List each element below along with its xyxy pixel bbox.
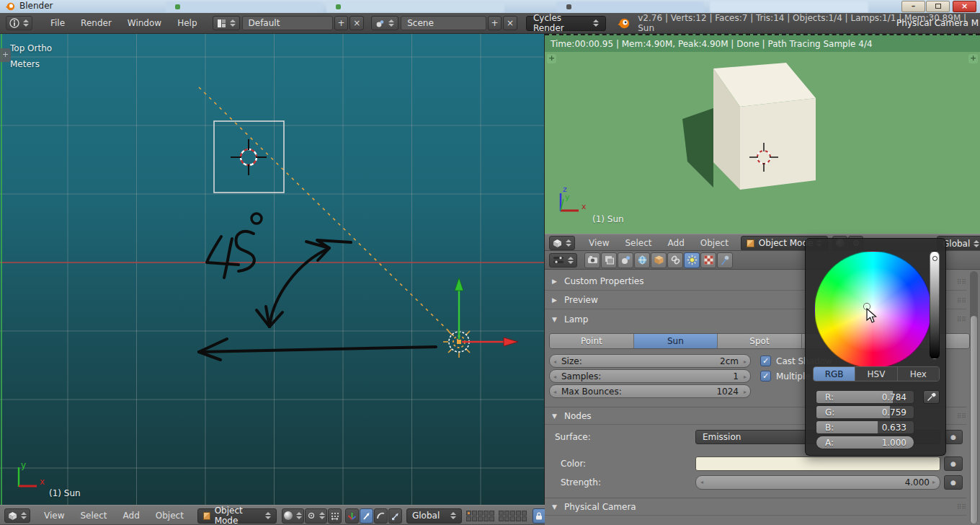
- green-slider[interactable]: G: 0.759: [816, 405, 914, 419]
- menu-render[interactable]: Render: [73, 18, 120, 28]
- editor-stepper[interactable]: [566, 239, 571, 247]
- tab-constraints[interactable]: [667, 252, 683, 268]
- panel-drag-handle[interactable]: ⠿⠿: [957, 278, 966, 286]
- maximize-button[interactable]: [926, 1, 950, 12]
- region-expand-button[interactable]: +: [547, 54, 556, 63]
- tab-rgb[interactable]: RGB: [814, 367, 855, 381]
- menu-view[interactable]: View: [581, 238, 617, 248]
- manipulator-scale-button[interactable]: [388, 508, 402, 524]
- checkbox-check-icon[interactable]: ✓: [760, 371, 771, 381]
- menu-window[interactable]: Window: [120, 18, 169, 28]
- scene-stepper[interactable]: [388, 19, 394, 27]
- increment-arrow-icon[interactable]: ▸: [744, 389, 747, 395]
- menu-object[interactable]: Object: [692, 238, 736, 248]
- interaction-mode-dropdown[interactable]: Object Mode: [197, 508, 277, 524]
- tab-particles[interactable]: [717, 252, 733, 268]
- layer-buttons-group-1[interactable]: [466, 511, 494, 521]
- editor-stepper[interactable]: [21, 512, 27, 519]
- region-expand-button[interactable]: +: [968, 54, 978, 63]
- scrollbar-thumb[interactable]: [971, 316, 977, 524]
- collapse-arrow-icon[interactable]: ▼: [552, 503, 564, 511]
- lamp-type-spot[interactable]: Spot: [718, 334, 802, 348]
- panel-drag-handle[interactable]: ⠿⠿: [957, 316, 966, 323]
- delete-layout-button[interactable]: ×: [349, 16, 364, 30]
- emission-color-swatch[interactable]: [695, 456, 940, 471]
- transform-orientation-dropdown[interactable]: Global: [406, 508, 462, 524]
- tab-object[interactable]: [651, 252, 667, 268]
- menu-select[interactable]: Select: [72, 511, 115, 521]
- menu-add[interactable]: Add: [660, 238, 692, 248]
- viewport-3d-top-ortho[interactable]: y x Top Ortho Meters (1) Sun +: [0, 34, 545, 505]
- menu-select[interactable]: Select: [617, 238, 659, 248]
- render-result-view[interactable]: z y x (1) Sun + +: [545, 52, 980, 234]
- layer-buttons-group-2[interactable]: [499, 511, 527, 521]
- region-expand-button[interactable]: +: [0, 48, 11, 62]
- increment-arrow-icon[interactable]: ▸: [744, 374, 747, 380]
- translate-manipulator-y-axis[interactable]: [455, 278, 463, 339]
- tab-scene[interactable]: [618, 252, 633, 268]
- editor-stepper[interactable]: [23, 19, 29, 27]
- lamp-type-point[interactable]: Point: [550, 334, 634, 348]
- decrement-arrow-icon[interactable]: ◂: [553, 374, 556, 380]
- cube-wireframe[interactable]: [214, 121, 284, 193]
- strength-slider[interactable]: ◂ 4.000 ▸: [695, 475, 940, 490]
- decrement-arrow-icon[interactable]: ◂: [700, 479, 703, 485]
- collapse-arrow-icon[interactable]: ▶: [552, 278, 564, 285]
- layout-stepper[interactable]: [230, 19, 236, 27]
- color-keyframe-button[interactable]: ●: [944, 456, 963, 471]
- tab-object-data-lamp[interactable]: [684, 252, 700, 268]
- delete-scene-button[interactable]: ×: [503, 16, 517, 30]
- increment-arrow-icon[interactable]: ▸: [744, 358, 747, 365]
- properties-scrollbar[interactable]: [970, 271, 978, 524]
- scene-icon-button[interactable]: [371, 16, 398, 30]
- lamp-type-sun[interactable]: Sun: [634, 334, 718, 348]
- editor-type-button[interactable]: [4, 508, 30, 523]
- menu-help[interactable]: Help: [169, 18, 205, 28]
- checkbox-check-icon[interactable]: ✓: [760, 356, 771, 366]
- menu-add[interactable]: Add: [115, 511, 148, 521]
- decrement-arrow-icon[interactable]: ◂: [553, 389, 556, 395]
- menu-object[interactable]: Object: [148, 511, 192, 521]
- value-slider[interactable]: [930, 251, 940, 359]
- snap-toggle-button[interactable]: [328, 508, 342, 524]
- strength-keyframe-button[interactable]: ●: [944, 475, 963, 490]
- scene-field[interactable]: Scene: [401, 16, 486, 30]
- pivot-point-dropdown[interactable]: [305, 508, 327, 524]
- editor-type-button[interactable]: [549, 253, 577, 268]
- manipulator-axes-button[interactable]: [345, 508, 359, 524]
- increment-arrow-icon[interactable]: ▸: [932, 479, 935, 485]
- screen-layout-field[interactable]: Default: [242, 16, 333, 30]
- cursor-3d[interactable]: [231, 139, 267, 175]
- minimize-button[interactable]: –: [901, 1, 925, 12]
- tab-world[interactable]: [634, 252, 650, 268]
- editor-type-button[interactable]: [549, 236, 575, 250]
- panel-drag-handle[interactable]: ⠿⠿: [957, 297, 966, 304]
- tab-render-layers[interactable]: [601, 252, 617, 268]
- decrement-arrow-icon[interactable]: ◂: [553, 358, 556, 365]
- red-slider[interactable]: R: 0.784: [816, 390, 914, 404]
- screen-layout-icon-button[interactable]: [213, 16, 240, 30]
- editor-type-button[interactable]: [6, 16, 32, 30]
- menu-view[interactable]: View: [36, 511, 72, 521]
- render-engine-dropdown[interactable]: Cycles Render: [526, 16, 606, 31]
- collapse-arrow-icon[interactable]: ▶: [552, 296, 564, 304]
- surface-keyframe-button[interactable]: ●: [944, 430, 963, 444]
- lamp-samples-field[interactable]: ◂ Samples: 1 ▸: [549, 369, 751, 383]
- translate-manipulator-x-axis[interactable]: [462, 338, 518, 346]
- viewport-shading-dropdown[interactable]: [282, 508, 304, 524]
- tab-render[interactable]: [584, 252, 600, 268]
- collapse-arrow-icon[interactable]: ▼: [552, 412, 564, 420]
- add-scene-button[interactable]: +: [488, 16, 502, 30]
- eyedropper-button[interactable]: [923, 390, 940, 404]
- panel-drag-handle[interactable]: ⠿⠿: [957, 503, 966, 511]
- editor-stepper[interactable]: [568, 257, 574, 264]
- lamp-size-field[interactable]: ◂ Size: 2cm ▸: [549, 354, 751, 368]
- panel-physical-camera[interactable]: ▼ Physical Camera: [545, 498, 966, 516]
- lamp-max-bounces-field[interactable]: ◂ Max Bounces: 1024 ▸: [549, 384, 751, 398]
- menu-file[interactable]: File: [43, 18, 73, 28]
- tab-texture[interactable]: [700, 252, 716, 268]
- tab-hex[interactable]: Hex: [898, 367, 939, 381]
- alpha-slider[interactable]: A: 1.000: [816, 436, 914, 449]
- blue-slider[interactable]: B: 0.633: [816, 420, 914, 434]
- close-button[interactable]: ×: [953, 1, 976, 12]
